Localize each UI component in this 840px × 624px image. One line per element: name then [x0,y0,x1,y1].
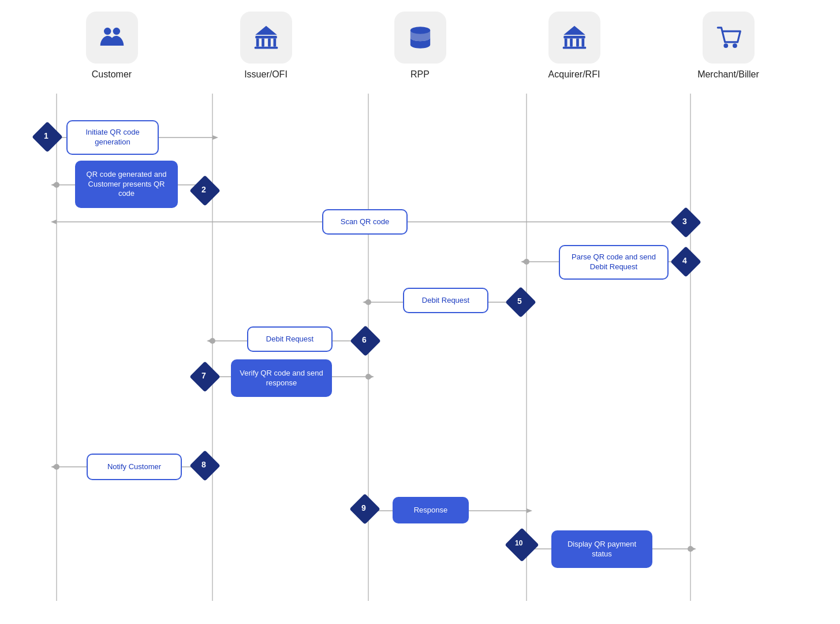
box-notify-customer: Notify Customer [87,454,182,480]
issuer-icon-box [240,12,292,64]
diamond-8 [189,450,221,481]
svg-marker-41 [51,465,57,469]
diagram-container: Customer Issuer/OFI [0,0,840,624]
box-verify-qr: Verify QR code and send response [231,359,332,397]
rpp-icon-box [394,12,446,64]
box-parse-qr: Parse QR code and send Debit Request [559,245,669,280]
svg-point-33 [365,299,371,305]
bank-icon-acquirer [560,23,589,52]
actors-row: Customer Issuer/OFI [0,12,840,80]
diamond-2 [189,175,221,206]
svg-point-17 [723,43,728,48]
step-7-container: 7 [194,366,216,388]
svg-rect-13 [576,39,579,47]
box-debit-request-5: Debit Request [403,288,488,313]
svg-marker-29 [521,259,527,264]
diamond-4 [670,246,701,277]
step-9-container: 9 [354,498,376,520]
box-initiate-qr: Initiate QR code generation [66,120,159,155]
svg-marker-16 [563,26,585,35]
actor-issuer: Issuer/OFI [220,12,312,80]
step-6-container: 6 [354,330,376,352]
svg-rect-11 [564,39,567,47]
step-8-container: 8 [194,455,216,477]
step-2-container: 2 [194,180,216,202]
svg-rect-7 [254,47,278,49]
svg-marker-32 [363,300,368,304]
diamond-7 [189,361,221,392]
bank-icon-issuer [252,23,281,52]
database-icon [406,23,435,52]
merchant-icon-box [703,12,755,64]
actor-acquirer: Acquirer/RFI [528,12,621,80]
svg-marker-20 [212,135,218,140]
svg-rect-3 [256,39,259,47]
rpp-label: RPP [410,69,430,80]
diamond-6 [350,325,381,356]
box-display-qr-status: Display QR payment status [551,530,652,568]
svg-point-24 [54,182,59,188]
svg-point-39 [365,374,371,380]
svg-point-36 [210,338,215,344]
box-qr-generated: QR code generated and Customer presents … [75,161,178,208]
customer-icon-box [86,12,138,64]
diamond-9 [349,493,380,525]
svg-marker-38 [368,374,374,379]
actor-merchant: Merchant/Biller [682,12,775,80]
acquirer-label: Acquirer/RFI [548,69,600,80]
acquirer-icon-box [548,12,600,64]
svg-marker-47 [690,547,696,551]
svg-point-0 [103,28,111,35]
diamond-10 [505,528,539,562]
svg-point-48 [688,546,693,552]
diamond-3 [670,207,701,238]
step-4-container: 4 [675,251,697,273]
svg-rect-6 [273,39,276,47]
people-icon [98,23,126,52]
box-response: Response [393,497,469,523]
svg-point-18 [733,43,737,48]
svg-marker-8 [255,26,277,35]
svg-rect-4 [262,39,264,47]
step-10-container: 10 [510,533,534,557]
merchant-label: Merchant/Biller [697,69,759,80]
svg-point-30 [524,259,529,265]
svg-rect-5 [268,39,271,47]
box-scan-qr: Scan QR code [322,209,408,235]
svg-rect-10 [563,36,585,39]
svg-marker-35 [207,339,212,343]
customer-label: Customer [92,69,132,80]
svg-point-1 [113,28,120,35]
svg-marker-26 [51,220,57,224]
svg-point-42 [54,464,59,470]
box-debit-request-6: Debit Request [247,326,333,352]
svg-rect-12 [570,39,573,47]
step-1-container: 1 [36,126,58,148]
svg-rect-15 [562,47,586,49]
cart-icon [714,23,743,52]
step-5-container: 5 [510,291,532,313]
svg-rect-14 [581,39,584,47]
svg-marker-44 [527,508,532,513]
diamond-5 [505,287,536,318]
svg-marker-23 [51,183,57,187]
actor-customer: Customer [66,12,158,80]
actor-rpp: RPP [374,12,466,80]
step-3-container: 3 [675,211,697,233]
issuer-label: Issuer/OFI [244,69,288,80]
diamond-1 [32,121,63,153]
svg-rect-2 [255,36,277,39]
